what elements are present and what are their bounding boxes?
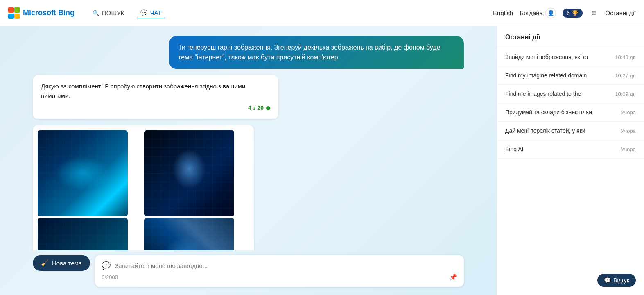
recent-item[interactable]: Bing AI Учора [497, 140, 644, 159]
recent-item[interactable]: Знайди мені зображення, які ст 10:43 дп [497, 48, 644, 66]
menu-button[interactable]: ≡ [589, 7, 599, 19]
recent-item-time: Учора [621, 146, 636, 152]
generated-image-4[interactable] [144, 218, 234, 250]
message-counter: 4 з 20 [41, 104, 270, 112]
recent-item[interactable]: Find my imagine related domain 10:27 дп [497, 66, 644, 85]
language-button[interactable]: English [493, 9, 513, 16]
recent-item-time: Учора [621, 128, 636, 134]
header-right: English Богдана 👤 6 🏆 ≡ Останні дії [493, 7, 636, 19]
input-box: 💬 0/2000 📌 [95, 255, 464, 287]
main-nav: 🔍 ПОШУК [89, 8, 127, 18]
score-value: 6 [567, 10, 570, 16]
search-nav-icon: 🔍 [93, 10, 99, 16]
ms-logo-icon [8, 7, 20, 19]
nav-chat[interactable]: 💬 ЧАТ [137, 7, 165, 18]
recent-item-time: Учора [621, 109, 636, 116]
generated-image-1[interactable] [38, 130, 128, 216]
nav-search[interactable]: 🔍 ПОШУК [89, 8, 127, 18]
recent-item-text: Find my imagine related domain [505, 72, 611, 79]
recent-item-text: Find me images related to the [505, 91, 611, 97]
user-message: Ти генеруєш гарні зображення. Згенеруй д… [169, 36, 464, 69]
recent-item-text: Придумай та склади бізнес план [505, 109, 617, 116]
recent-item-text: Знайди мені зображення, які ст [505, 54, 611, 60]
logo-text: Microsoft Bing [23, 9, 75, 17]
input-row: 💬 [102, 261, 457, 270]
recent-list: Знайди мені зображення, які ст 10:43 дп … [497, 46, 644, 295]
broom-icon: 🧹 [41, 259, 49, 267]
chat-input-area: 🧹 Нова тема 💬 0/2000 📌 [0, 250, 497, 295]
chat-bubble-icon-button[interactable]: 💬 [102, 261, 111, 270]
feedback-button[interactable]: 💬 Відгук [597, 274, 636, 287]
image-grid-container [33, 125, 254, 250]
recent-item[interactable]: Дай мені перелік статей, у яки Учора [497, 122, 644, 140]
recent-sidebar: Останні дії Знайди мені зображення, які … [497, 26, 644, 295]
bot-message: Дякую за комплімент! Я спробую створити … [33, 75, 278, 119]
generated-image-2[interactable] [144, 130, 234, 216]
recent-item-time: 10:43 дп [615, 54, 636, 60]
main-layout: Ти генеруєш гарні зображення. Згенеруй д… [0, 26, 644, 295]
new-topic-button[interactable]: 🧹 Нова тема [33, 255, 90, 271]
recent-sidebar-header: Останні дії [497, 26, 644, 46]
user-name: Богдана [520, 9, 543, 16]
logo-area[interactable]: Microsoft Bing [8, 7, 75, 19]
status-dot [266, 106, 270, 110]
chat-input[interactable] [115, 262, 457, 269]
header: Microsoft Bing 🔍 ПОШУК 💬 ЧАТ English Бог… [0, 0, 644, 26]
recent-item[interactable]: Find me images related to the 10:09 дп [497, 85, 644, 103]
chat-area: Ти генеруєш гарні зображення. Згенеруй д… [0, 26, 497, 295]
recent-item-text: Дай мені перелік статей, у яки [505, 127, 617, 134]
bottom-action-row: 🧹 Нова тема 💬 0/2000 📌 [33, 255, 464, 287]
chat-nav-icon: 💬 [140, 9, 147, 16]
chat-messages: Ти генеруєш гарні зображення. Згенеруй д… [0, 26, 497, 250]
char-count: 0/2000 [102, 274, 118, 280]
trophy-icon: 🏆 [572, 10, 578, 16]
pin-button[interactable]: 📌 [449, 273, 457, 281]
feedback-icon: 💬 [604, 277, 611, 284]
user-avatar-icon: 👤 [545, 8, 556, 18]
user-area[interactable]: Богдана 👤 [520, 8, 556, 18]
image-grid [38, 130, 249, 250]
generated-image-3[interactable] [38, 218, 128, 250]
recent-item[interactable]: Придумай та склади бізнес план Учора [497, 103, 644, 122]
recent-item-time: 10:27 дп [615, 73, 636, 79]
recent-item-text: Bing AI [505, 146, 617, 152]
score-badge[interactable]: 6 🏆 [563, 9, 583, 18]
recent-item-time: 10:09 дп [615, 91, 636, 97]
recent-header-button[interactable]: Останні дії [605, 9, 636, 16]
input-bottom: 0/2000 📌 [102, 273, 457, 281]
chat-nav: 💬 ЧАТ [137, 7, 165, 18]
